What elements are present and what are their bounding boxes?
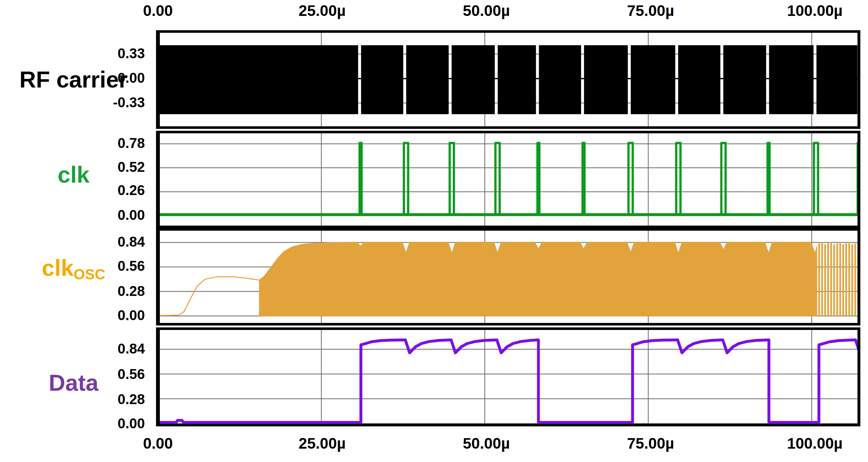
gridlines <box>160 133 858 226</box>
row-label-text: clk <box>42 255 73 280</box>
ytick-label-clk-osc: 0.00 <box>88 307 145 323</box>
ytick-label-data: 0.84 <box>88 341 145 357</box>
gridlines <box>160 330 858 424</box>
ytick-label-clk: 0.78 <box>88 135 145 151</box>
panel-clk-osc <box>156 228 860 326</box>
ytick-label-data: 0.28 <box>88 391 145 407</box>
ytick-label-rf-carrier: 0.33 <box>88 45 145 61</box>
ytick-label-clk: 0.00 <box>88 207 145 223</box>
time-tick-label-bottom: 0.00 <box>110 435 206 452</box>
row-label-text: clk <box>58 162 90 188</box>
rf-carrier-waveform <box>160 33 858 126</box>
waveform-figure: 0.0025.00µ50.00µ75.00µ100.00µ RF carrier… <box>0 0 868 462</box>
ytick-label-clk-osc: 0.84 <box>88 234 145 250</box>
time-tick-label-bottom: 50.00µ <box>439 435 534 452</box>
clk-waveform <box>160 133 858 226</box>
time-tick-label-top: 25.00µ <box>275 2 370 20</box>
ytick-label-clk-osc: 0.56 <box>88 258 145 274</box>
data-waveform <box>160 330 858 424</box>
time-tick-label-bottom: 25.00µ <box>275 435 370 452</box>
ytick-label-rf-carrier: 0.00 <box>88 70 145 86</box>
panel-data <box>156 327 860 426</box>
ytick-label-clk-osc: 0.28 <box>88 283 145 299</box>
panel-rf-carrier <box>156 30 860 129</box>
time-tick-label-top: 50.00µ <box>439 2 534 20</box>
time-tick-label-top: 0.00 <box>110 2 206 20</box>
ytick-label-data: 0.00 <box>88 416 145 431</box>
time-tick-label-bottom: 75.00µ <box>603 435 698 452</box>
ytick-label-rf-carrier: -0.33 <box>88 95 145 110</box>
time-tick-label-top: 100.00µ <box>767 2 863 20</box>
ytick-label-clk: 0.52 <box>88 159 145 175</box>
ytick-label-clk: 0.26 <box>88 182 145 198</box>
clk-osc-waveform <box>160 231 858 323</box>
time-tick-label-top: 75.00µ <box>603 2 698 20</box>
panel-clk <box>156 131 860 228</box>
time-tick-label-bottom: 100.00µ <box>767 435 863 452</box>
ytick-label-data: 0.56 <box>88 366 145 382</box>
